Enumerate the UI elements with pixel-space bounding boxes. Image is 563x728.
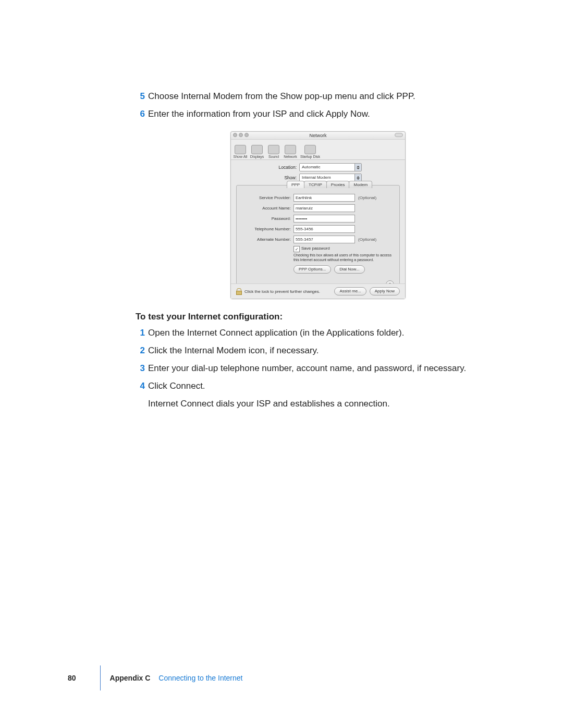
alternate-field[interactable]: 555-3457 [293, 236, 355, 243]
step-number: 3 [136, 361, 145, 376]
alternate-row: Alternate Number: 555-3457 (Optional) [243, 236, 393, 243]
step-item: 4Click Connect. [136, 378, 500, 394]
step-text: Choose Internal Modem from the Show pop-… [148, 91, 415, 101]
save-password-row: ✓ Save password [293, 246, 393, 252]
window-body: Location: Automatic Show: Internal Modem… [231, 160, 405, 292]
step-number: 2 [136, 343, 145, 359]
service-provider-field[interactable]: Earthlink [293, 194, 355, 202]
toolbar-displays[interactable]: Displays [250, 144, 264, 158]
window-footer: Click the lock to prevent further change… [231, 283, 405, 299]
displays-icon [251, 145, 263, 154]
optional-hint: (Optional) [358, 237, 376, 242]
step-item: 1Open the Internet Connect application (… [136, 325, 500, 341]
toolbar-label: Displays [250, 155, 264, 158]
step-item: 5Choose Internal Modem from the Show pop… [136, 89, 500, 104]
lock-text: Click the lock to prevent further change… [244, 289, 320, 294]
account-name-field[interactable]: mariaruiz [293, 204, 355, 212]
appendix-label: Appendix C [110, 674, 151, 682]
toolbar-toggle-icon[interactable] [395, 133, 403, 137]
account-name-row: Account Name: mariaruiz [243, 204, 393, 212]
toolbar-showall[interactable]: Show All [233, 144, 248, 158]
location-label: Location: [236, 165, 297, 170]
steps-below: 1Open the Internet Connect application (… [136, 325, 500, 394]
window-title: Network [309, 133, 326, 138]
ppp-options-button[interactable]: PPP Options... [293, 265, 331, 274]
paragraph: Internet Connect dials your ISP and esta… [148, 396, 500, 412]
steps-above: 5Choose Internal Modem from the Show pop… [136, 89, 500, 122]
step-text: Open the Internet Connect application (i… [148, 328, 404, 338]
password-field[interactable]: •••••••• [293, 215, 355, 223]
ppp-button-row: PPP Options... Dial Now... [293, 265, 393, 274]
lock-icon[interactable] [236, 288, 242, 295]
show-label: Show: [236, 175, 297, 180]
location-popup[interactable]: Automatic [299, 163, 362, 171]
ppp-tab-content: Service Provider: Earthlink (Optional) A… [237, 186, 399, 277]
step-item: 6Enter the information from your ISP and… [136, 106, 500, 122]
save-password-label: Save password [301, 246, 330, 251]
step-text: Click the Internal Modem icon, if necess… [148, 346, 319, 355]
alternate-label: Alternate Number: [243, 237, 291, 242]
tab-proxies[interactable]: Proxies [326, 181, 350, 188]
toolbar-network[interactable]: Network [283, 144, 298, 158]
tab-strip: PPP TCP/IP Proxies Modem [287, 181, 372, 188]
dial-now-button[interactable]: Dial Now... [334, 265, 364, 274]
location-row: Location: Automatic [236, 163, 400, 171]
telephone-label: Telephone Number: [243, 227, 291, 231]
network-preferences-window: Network Show All Displays Sound Network … [230, 131, 406, 299]
step-item: 3Enter your dial-up telephone number, ac… [136, 361, 500, 376]
password-label: Password: [243, 216, 291, 221]
network-icon [285, 145, 296, 154]
window-titlebar: Network [231, 132, 405, 140]
toolbar-label: Sound [268, 155, 279, 158]
location-value: Automatic [302, 165, 321, 169]
toolbar-startupdisk[interactable]: Startup Disk [300, 144, 321, 158]
save-password-help: Checking this box allows all users of th… [293, 253, 398, 262]
tab-panel: PPP TCP/IP Proxies Modem Service Provide… [236, 185, 400, 292]
zoom-icon[interactable] [244, 133, 249, 137]
account-name-label: Account Name: [243, 206, 291, 211]
toolbar-sound[interactable]: Sound [266, 144, 281, 158]
apply-now-button[interactable]: Apply Now [370, 287, 400, 295]
tab-tcpip[interactable]: TCP/IP [304, 181, 327, 188]
document-page: 5Choose Internal Modem from the Show pop… [0, 0, 563, 728]
toolbar-label: Network [284, 155, 297, 158]
traffic-lights[interactable] [233, 133, 249, 137]
step-text: Enter your dial-up telephone number, acc… [148, 363, 466, 373]
section-heading: To test your Internet configuration: [136, 312, 500, 322]
toolbar-label: Show All [234, 155, 248, 158]
popup-arrows-icon [354, 164, 361, 171]
footer-divider-icon [100, 665, 101, 690]
step-text: Click Connect. [148, 381, 205, 391]
telephone-field[interactable]: 555-3456 [293, 225, 355, 233]
toolbar-label: Startup Disk [300, 155, 320, 158]
appendix-title: Connecting to the Internet [158, 674, 242, 682]
showall-icon [235, 145, 246, 154]
show-value: Internal Modem [302, 175, 331, 180]
tab-modem[interactable]: Modem [349, 181, 372, 188]
step-number: 4 [136, 378, 145, 394]
save-password-checkbox[interactable]: ✓ [293, 246, 300, 252]
close-icon[interactable] [233, 133, 237, 137]
page-content: 5Choose Internal Modem from the Show pop… [136, 89, 500, 413]
prefs-toolbar: Show All Displays Sound Network Startup … [231, 140, 405, 160]
minimize-icon[interactable] [239, 133, 243, 137]
startupdisk-icon [304, 145, 316, 154]
telephone-row: Telephone Number: 555-3456 [243, 225, 393, 233]
popup-arrows-icon [354, 174, 361, 181]
step-number: 1 [136, 325, 145, 341]
password-row: Password: •••••••• [243, 215, 393, 223]
assist-me-button[interactable]: Assist me... [334, 287, 366, 295]
step-number: 5 [136, 89, 145, 104]
step-number: 6 [136, 106, 145, 122]
page-footer: 80 Appendix C Connecting to the Internet [95, 665, 242, 690]
service-provider-label: Service Provider: [243, 195, 291, 200]
optional-hint: (Optional) [358, 195, 376, 200]
tab-ppp[interactable]: PPP [287, 181, 304, 188]
sound-icon [268, 145, 279, 154]
step-item: 2Click the Internal Modem icon, if neces… [136, 343, 500, 359]
step-text: Enter the information from your ISP and … [148, 109, 370, 119]
service-provider-row: Service Provider: Earthlink (Optional) [243, 194, 393, 202]
page-number: 80 [68, 674, 76, 682]
